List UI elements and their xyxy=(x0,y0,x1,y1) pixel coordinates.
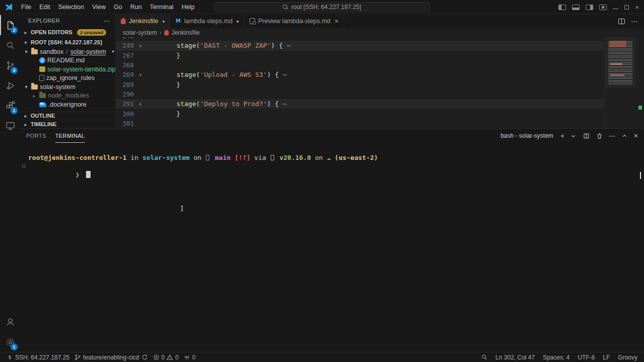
tree-item-zap-ignore-rules[interactable]: zap_ignore_rules xyxy=(20,74,115,83)
minimap-string-mark xyxy=(610,74,624,76)
run-debug-icon xyxy=(5,80,16,92)
tree-item-node-modules[interactable]: ▸node_modules xyxy=(20,92,115,101)
menu-run[interactable]: Run xyxy=(126,2,146,13)
tab-lambda-steps-md[interactable]: lambda-steps.md● xyxy=(170,14,245,28)
tree-item-label: README.md xyxy=(47,57,85,64)
breadcrumb: solar-system › Jenkinsfile xyxy=(116,28,644,37)
activity-run-debug[interactable] xyxy=(0,75,20,96)
activity-search[interactable] xyxy=(0,35,20,55)
kill-terminal-icon[interactable] xyxy=(596,132,604,140)
menu-selection[interactable]: Selection xyxy=(54,2,88,13)
toggle-secondary-sidebar-icon[interactable] xyxy=(586,5,593,10)
terminal-prompt-line[interactable]: ❯ xyxy=(28,162,644,188)
tab-jenkinsfile[interactable]: Jenkinsfile● xyxy=(116,14,170,28)
terminal-prompt-info-line: root@jenkins-controller-1 in solar-syste… xyxy=(28,153,644,162)
activity-accounts[interactable] xyxy=(0,312,20,332)
breadcrumb-folder[interactable]: solar-system xyxy=(123,29,157,36)
split-terminal-icon[interactable] xyxy=(583,132,591,140)
maximize-icon[interactable] xyxy=(624,5,629,10)
command-decoration-icon[interactable] xyxy=(22,164,26,168)
git-branch-indicator[interactable]: feature/enabling-cicd xyxy=(72,352,150,362)
activity-settings[interactable]: 1 xyxy=(0,332,20,352)
menu-terminal[interactable]: Terminal xyxy=(146,2,178,13)
code-line-290[interactable]: 290 xyxy=(116,89,604,99)
tree-item-solar-system[interactable]: ▾solar-system xyxy=(20,82,115,92)
close-window-icon[interactable]: × xyxy=(635,4,639,11)
terminal-dropdown-icon[interactable] xyxy=(570,132,578,140)
activity-source-control[interactable]: 3 xyxy=(0,55,20,75)
terminal-cursor xyxy=(86,171,91,178)
fold-chevron-icon[interactable]: › xyxy=(136,42,145,49)
menu-help[interactable]: Help xyxy=(178,2,199,13)
workspace-root-section[interactable]: ▾ ROOT [SSH: 64.227.187.25] xyxy=(20,37,115,47)
menu-go[interactable]: Go xyxy=(110,2,126,13)
panel-more-icon[interactable]: ⋯ xyxy=(609,132,616,139)
remote-explorer-icon xyxy=(5,120,16,132)
code-line-248[interactable]: 248 xyxy=(116,37,604,41)
minimize-icon[interactable] xyxy=(613,6,618,9)
tab-terminal[interactable]: TERMINAL xyxy=(55,129,85,143)
problems-indicator[interactable]: 0 0 xyxy=(150,352,181,362)
tree-item-dockerignore[interactable]: .dockerignore xyxy=(20,100,115,109)
eol[interactable]: LF xyxy=(600,354,612,361)
editor-more-icon[interactable]: ⋯ xyxy=(631,18,638,25)
indentation[interactable]: Spaces: 4 xyxy=(540,354,572,361)
cursor-position[interactable]: Ln 302, Col 47 xyxy=(493,354,537,361)
activity-extensions[interactable]: 1 xyxy=(0,96,20,116)
line-number: 248 xyxy=(116,37,136,40)
tree-item-readme-md[interactable]: README.md xyxy=(20,56,115,65)
close-icon[interactable]: × xyxy=(335,17,339,25)
fold-chevron-icon[interactable]: › xyxy=(136,100,145,108)
activity-bar: 2 3 1 1 xyxy=(0,14,20,352)
line-number: 290 xyxy=(116,90,136,98)
activity-remote-explorer[interactable] xyxy=(0,116,20,136)
remote-indicator[interactable]: SSH: 64.227.187.25 xyxy=(4,352,72,362)
tree-item-solar-system-lambda-zip[interactable]: solar-system-lambda.zipU xyxy=(20,65,115,74)
tab-preview-lambda-steps-md[interactable]: Preview lambda-steps.md× xyxy=(245,14,344,28)
maximize-panel-icon[interactable] xyxy=(621,132,629,140)
code-line-269[interactable]: 269› stage('Upload - AWS S3') { ⋯ xyxy=(116,70,604,79)
tree-item-sandbox-solar-system[interactable]: ▾sandbox/solar-system• xyxy=(20,47,115,56)
minimap[interactable] xyxy=(605,37,636,128)
open-editors-section[interactable]: ▸ OPEN EDITORS 2 unsaved xyxy=(20,27,115,37)
tab-ports[interactable]: PORTS xyxy=(26,129,46,143)
menu-file[interactable]: File xyxy=(17,2,35,13)
activity-explorer[interactable]: 2 xyxy=(0,15,20,35)
fold-chevron-icon[interactable]: › xyxy=(136,71,145,78)
chevron-icon: ▾ xyxy=(23,84,29,89)
editor-scrollbar[interactable] xyxy=(636,37,644,128)
code-line-268[interactable]: 268 xyxy=(116,60,604,70)
new-terminal-icon[interactable]: + xyxy=(560,132,565,139)
code-editor[interactable]: 248249› stage('DAST - OWASP ZAP') { ⋯267… xyxy=(116,37,644,128)
terminal-title[interactable]: bash - solar-system xyxy=(501,132,553,139)
encoding[interactable]: UTF-8 xyxy=(575,354,597,361)
terminal-scrollbar[interactable] xyxy=(640,172,641,179)
breadcrumb-file[interactable]: Jenkinsfile xyxy=(172,29,200,36)
close-panel-icon[interactable]: × xyxy=(634,132,638,139)
command-center[interactable]: root [SSH: 64.227.187.25] xyxy=(214,2,430,12)
ports-indicator[interactable]: 0 xyxy=(181,352,198,362)
file-tree: ▾sandbox/solar-system•README.mdsolar-sys… xyxy=(20,47,115,109)
menu-view[interactable]: View xyxy=(88,2,110,13)
code-line-267[interactable]: 267 } xyxy=(116,51,604,60)
language-mode[interactable]: Groovy xyxy=(615,354,640,361)
sidebar-more-icon[interactable]: ⋯ xyxy=(104,17,110,25)
settings-badge: 1 xyxy=(11,343,18,350)
menu-bar: FileEditSelectionViewGoRunTerminalHelp xyxy=(17,2,199,13)
vscode-logo-icon xyxy=(4,3,13,12)
code-line-289[interactable]: 289 } xyxy=(116,79,604,89)
split-editor-icon[interactable] xyxy=(618,19,625,24)
customize-layout-icon[interactable] xyxy=(599,5,607,10)
timeline-section[interactable]: ▸ TIMELINE xyxy=(20,120,115,128)
code-line-249[interactable]: 249› stage('DAST - OWASP ZAP') { ⋯ xyxy=(116,41,604,50)
zoom-indicator[interactable] xyxy=(478,354,490,360)
radio-tower-icon xyxy=(184,354,190,360)
outline-section[interactable]: ▸ OUTLINE xyxy=(20,111,115,120)
toggle-panel-icon[interactable] xyxy=(572,5,580,10)
code-line-300[interactable]: 300 } xyxy=(116,109,604,118)
code-line-291[interactable]: 291› stage('Deploy to Prod?') { ⋯ xyxy=(116,99,604,109)
code-line-301[interactable]: 301 xyxy=(116,119,604,128)
toggle-sidebar-icon[interactable] xyxy=(558,5,566,10)
terminal[interactable]: root@jenkins-controller-1 in solar-syste… xyxy=(20,143,644,352)
menu-edit[interactable]: Edit xyxy=(35,2,54,13)
